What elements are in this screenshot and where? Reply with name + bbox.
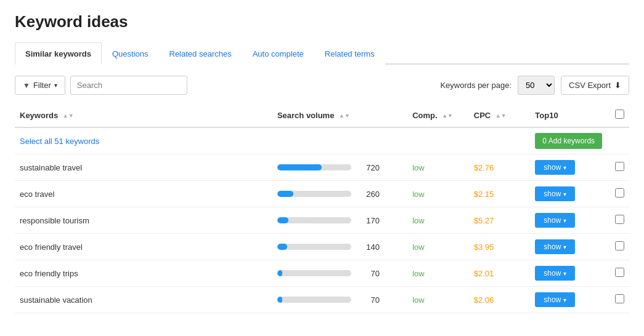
select-all-link[interactable]: Select all 51 keywords bbox=[20, 137, 99, 146]
volume-cell: 70 bbox=[272, 287, 407, 313]
top10-cell: show ▾ bbox=[530, 287, 610, 313]
tab-related-terms[interactable]: Related terms bbox=[314, 42, 385, 65]
keyword-cell: sustainable vacation bbox=[15, 287, 272, 313]
cpc-value: $2.76 bbox=[474, 163, 494, 172]
col-header-comp: Comp. ▲▼ bbox=[407, 103, 469, 127]
page-title: Keyword ideas bbox=[15, 12, 629, 31]
tab-similar-keywords[interactable]: Similar keywords bbox=[15, 42, 102, 65]
col-header-search-volume: Search volume ▲▼ bbox=[272, 103, 407, 127]
table-row: responsible tourism 170 low$5.27show ▾ bbox=[15, 207, 629, 234]
cpc-value: $2.15 bbox=[474, 190, 494, 199]
kpp-label: Keywords per page: bbox=[440, 81, 512, 90]
row-checkbox[interactable] bbox=[615, 268, 624, 277]
table-row: eco friendly trips 70 low$2.01show ▾ bbox=[15, 260, 629, 287]
col-header-cpc: CPC ▲▼ bbox=[469, 103, 531, 127]
volume-bar-bg bbox=[277, 191, 351, 197]
row-check-cell bbox=[610, 207, 629, 234]
comp-cell: low bbox=[407, 260, 469, 287]
cpc-value: $2.06 bbox=[474, 295, 494, 305]
cpc-cell: $2.06 bbox=[469, 287, 531, 313]
row-checkbox[interactable] bbox=[615, 294, 624, 303]
volume-number: 720 bbox=[357, 163, 380, 172]
comp-value: low bbox=[412, 190, 425, 199]
filter-chevron-icon: ▾ bbox=[54, 82, 57, 89]
show-button[interactable]: show ▾ bbox=[535, 292, 575, 307]
cpc-cell: $2.01 bbox=[469, 260, 531, 287]
row-check-cell bbox=[610, 260, 629, 287]
sort-arrows-volume[interactable]: ▲▼ bbox=[339, 113, 350, 119]
cpc-cell: $2.76 bbox=[469, 154, 531, 181]
show-label: show bbox=[544, 216, 561, 225]
chevron-down-icon: ▾ bbox=[563, 270, 566, 277]
filter-label: Filter bbox=[33, 81, 51, 90]
volume-cell: 140 bbox=[272, 234, 407, 260]
keywords-per-page-select[interactable]: 102550100 bbox=[518, 76, 555, 95]
row-check-cell bbox=[610, 154, 629, 181]
volume-bar-bg bbox=[277, 164, 351, 170]
tab-related-searches[interactable]: Related searches bbox=[159, 42, 242, 65]
sort-arrows-cpc[interactable]: ▲▼ bbox=[495, 113, 507, 119]
show-label: show bbox=[544, 242, 561, 251]
row-checkbox[interactable] bbox=[615, 215, 624, 224]
show-button[interactable]: show ▾ bbox=[535, 186, 575, 201]
comp-cell: low bbox=[407, 207, 469, 234]
cpc-value: $2.01 bbox=[474, 269, 494, 278]
comp-value: low bbox=[412, 295, 425, 305]
comp-value: low bbox=[412, 242, 425, 252]
select-all-checkbox[interactable] bbox=[615, 110, 624, 119]
keyword-cell: eco friendly trips bbox=[15, 260, 272, 287]
volume-bar-bg bbox=[277, 297, 351, 303]
search-input[interactable] bbox=[70, 76, 187, 95]
row-checkbox[interactable] bbox=[615, 241, 624, 250]
keyword-cell: eco friendly travel bbox=[15, 234, 272, 260]
show-button[interactable]: show ▾ bbox=[535, 160, 575, 175]
volume-bar-fill bbox=[277, 217, 288, 223]
csv-export-button[interactable]: CSV Export ⬇ bbox=[561, 76, 629, 95]
volume-cell: 720 bbox=[272, 154, 407, 181]
sort-arrows-comp[interactable]: ▲▼ bbox=[442, 113, 453, 119]
keyword-cell: sustainable travel bbox=[15, 154, 272, 181]
show-button[interactable]: show ▾ bbox=[535, 239, 575, 254]
tabs-bar: Similar keywordsQuestionsRelated searche… bbox=[15, 42, 629, 65]
comp-value: low bbox=[412, 269, 425, 278]
chevron-down-icon: ▾ bbox=[563, 244, 566, 250]
keyword-cell: eco travel bbox=[15, 181, 272, 207]
toolbar-right: Keywords per page: 102550100 CSV Export … bbox=[440, 76, 629, 95]
tab-auto-complete[interactable]: Auto complete bbox=[242, 42, 314, 65]
tab-questions[interactable]: Questions bbox=[102, 42, 159, 65]
select-all-row: Select all 51 keywords 0 Add keywords bbox=[15, 127, 629, 154]
row-checkbox[interactable] bbox=[615, 188, 624, 198]
volume-number: 260 bbox=[357, 190, 380, 199]
toolbar: ▼ Filter ▾ Keywords per page: 102550100 … bbox=[15, 76, 629, 95]
col-header-check bbox=[610, 103, 629, 127]
volume-bar-fill bbox=[277, 244, 287, 250]
cpc-value: $5.27 bbox=[474, 216, 494, 225]
table-row: eco friendly travel 140 low$3.95show ▾ bbox=[15, 234, 629, 260]
keywords-table: Keywords ▲▼ Search volume ▲▼ Comp. ▲▼ CP… bbox=[15, 103, 629, 313]
sort-arrows-keywords[interactable]: ▲▼ bbox=[63, 113, 74, 119]
table-row: sustainable vacation 70 low$2.06show ▾ bbox=[15, 287, 629, 313]
filter-icon: ▼ bbox=[23, 81, 30, 90]
cpc-cell: $3.95 bbox=[469, 234, 531, 260]
top10-cell: show ▾ bbox=[530, 260, 610, 287]
volume-bar-fill bbox=[277, 270, 282, 276]
comp-value: low bbox=[412, 216, 425, 225]
volume-cell: 70 bbox=[272, 260, 407, 287]
col-header-top10-label: Top10 bbox=[535, 111, 558, 120]
row-checkbox[interactable] bbox=[615, 162, 624, 171]
add-keywords-button[interactable]: 0 Add keywords bbox=[535, 133, 602, 149]
chevron-down-icon: ▾ bbox=[563, 164, 566, 171]
volume-number: 70 bbox=[357, 295, 380, 305]
show-button[interactable]: show ▾ bbox=[535, 213, 575, 228]
cpc-cell: $5.27 bbox=[469, 207, 531, 234]
show-label: show bbox=[544, 295, 561, 304]
chevron-down-icon: ▾ bbox=[563, 217, 566, 224]
show-label: show bbox=[544, 163, 561, 172]
table-row: eco travel 260 low$2.15show ▾ bbox=[15, 181, 629, 207]
row-check-cell bbox=[610, 181, 629, 207]
show-button[interactable]: show ▾ bbox=[535, 266, 575, 281]
col-header-keywords-label: Keywords bbox=[20, 111, 58, 120]
filter-button[interactable]: ▼ Filter ▾ bbox=[15, 76, 65, 95]
volume-bar-bg bbox=[277, 244, 351, 250]
volume-cell: 170 bbox=[272, 207, 407, 234]
